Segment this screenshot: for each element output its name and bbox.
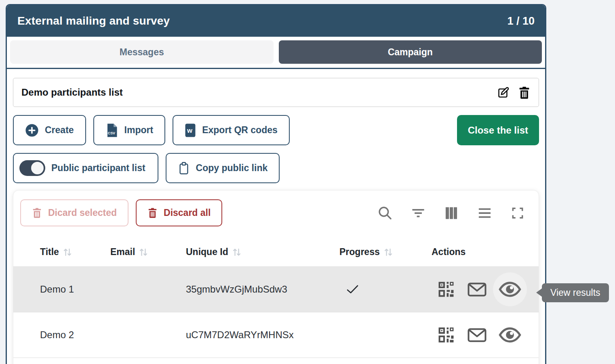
table-row[interactable]: Demo 1 35gmbvWzGjMubSdw3 xyxy=(13,267,539,312)
export-qr-button[interactable]: w Export QR codes xyxy=(173,115,290,145)
participant-list-name-box: Demo participants list xyxy=(13,78,539,107)
column-header-actions: Actions xyxy=(432,247,539,257)
copy-public-link-button[interactable]: Copy public link xyxy=(166,153,280,183)
csv-file-icon: CSV xyxy=(105,123,118,138)
svg-text:w: w xyxy=(187,127,192,134)
cell-actions xyxy=(432,272,539,306)
panel-titlebar: External mailing and survey 1 / 10 xyxy=(7,5,545,37)
cell-unique-id: 35gmbvWzGjMubSdw3 xyxy=(186,284,339,295)
delete-list-button[interactable] xyxy=(518,86,531,99)
sort-icon xyxy=(139,247,148,257)
columns-button[interactable] xyxy=(444,206,459,220)
w-document-icon: w xyxy=(185,123,196,138)
tab-campaign-label: Campaign xyxy=(388,47,433,58)
public-link-row: Public participant list Copy public link xyxy=(13,153,539,183)
public-toggle-label: Public participant list xyxy=(51,163,145,174)
qr-code-icon[interactable] xyxy=(432,281,461,297)
svg-text:CSV: CSV xyxy=(107,131,115,135)
participant-list-name: Demo participants list xyxy=(21,87,123,98)
create-button[interactable]: Create xyxy=(13,115,86,145)
sort-icon xyxy=(232,247,241,257)
plus-circle-icon xyxy=(25,123,39,137)
fullscreen-button[interactable] xyxy=(511,206,524,220)
close-list-button-label: Close the list xyxy=(468,125,528,136)
search-icon xyxy=(377,205,392,220)
row-height-button[interactable] xyxy=(477,206,492,220)
table-toolbar: Dicard selected Discard all xyxy=(13,199,539,226)
import-button[interactable]: CSV Import xyxy=(93,115,166,145)
close-list-button[interactable]: Close the list xyxy=(457,115,539,145)
tab-messages-label: Messages xyxy=(120,47,164,58)
page-counter: 1 / 10 xyxy=(507,15,535,27)
trash-icon xyxy=(32,207,42,218)
filter-icon xyxy=(411,206,425,220)
column-header-email[interactable]: Email xyxy=(110,247,186,257)
campaign-content: Demo participants list xyxy=(7,69,545,364)
table-header-row: Title Email xyxy=(13,238,539,267)
mailing-survey-panel: External mailing and survey 1 / 10 Messa… xyxy=(6,4,546,364)
toggle-switch[interactable] xyxy=(19,160,45,176)
view-results-tooltip: View results xyxy=(542,283,609,302)
column-header-unique-id[interactable]: Unique Id xyxy=(186,247,339,257)
check-icon xyxy=(346,284,432,295)
cell-title: Demo 1 xyxy=(40,284,110,295)
filter-button[interactable] xyxy=(411,206,425,220)
export-qr-button-label: Export QR codes xyxy=(202,125,278,136)
cell-actions xyxy=(432,318,539,352)
tab-messages[interactable]: Messages xyxy=(10,40,274,64)
list-actions-row: Create CSV Import w xyxy=(13,115,539,145)
discard-selected-button[interactable]: Dicard selected xyxy=(20,199,128,226)
participants-table-card: Dicard selected Discard all xyxy=(13,190,539,364)
columns-icon xyxy=(444,206,459,220)
fullscreen-icon xyxy=(511,206,524,220)
send-email-icon[interactable] xyxy=(461,282,493,297)
column-header-title[interactable]: Title xyxy=(40,247,110,257)
trash-icon xyxy=(518,86,531,99)
sort-icon xyxy=(63,247,72,257)
view-results-eye-icon[interactable] xyxy=(493,318,527,352)
create-button-label: Create xyxy=(45,125,74,136)
send-email-icon[interactable] xyxy=(461,328,493,343)
cell-unique-id: uC7M7D2WaRYrMHNSx xyxy=(186,329,339,341)
public-participant-list-toggle-button[interactable]: Public participant list xyxy=(13,153,158,183)
clipboard-icon xyxy=(178,161,190,175)
discard-selected-label: Dicard selected xyxy=(48,207,117,218)
copy-link-button-label: Copy public link xyxy=(196,163,268,174)
qr-code-icon[interactable] xyxy=(432,327,461,343)
page-title: External mailing and survey xyxy=(17,15,170,27)
tab-campaign[interactable]: Campaign xyxy=(279,40,542,64)
table-tools xyxy=(377,205,524,220)
pencil-square-icon xyxy=(497,86,510,99)
table-row[interactable]: Demo 2 uC7M7D2WaRYrMHNSx xyxy=(13,312,539,358)
discard-all-label: Discard all xyxy=(164,207,211,218)
edit-list-name-button[interactable] xyxy=(497,86,510,99)
tab-bar: Messages Campaign xyxy=(7,37,545,69)
cell-progress xyxy=(339,284,432,295)
view-results-eye-icon[interactable] xyxy=(493,272,527,306)
rows-icon xyxy=(477,206,492,220)
tooltip-text: View results xyxy=(550,287,600,298)
sort-icon xyxy=(384,247,393,257)
trash-icon xyxy=(147,207,158,218)
cell-title: Demo 2 xyxy=(40,329,110,341)
discard-all-button[interactable]: Discard all xyxy=(136,199,222,226)
column-header-progress[interactable]: Progress xyxy=(339,247,432,257)
search-button[interactable] xyxy=(377,205,392,220)
import-button-label: Import xyxy=(124,125,154,136)
